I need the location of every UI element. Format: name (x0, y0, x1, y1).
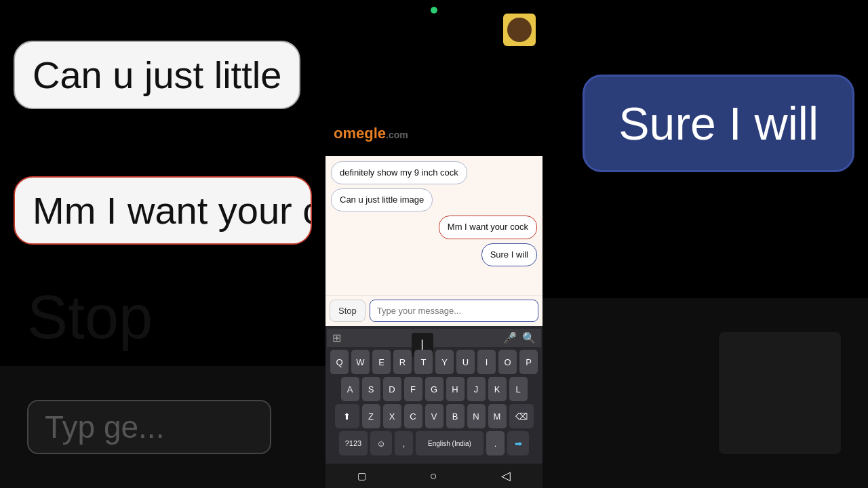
bg-input-box: Typ ge... (27, 400, 271, 454)
table-row: Can u just little image (331, 188, 537, 211)
key-d[interactable]: D (383, 377, 401, 401)
message-bubble-you-2: Sure I will (481, 243, 537, 266)
key-r[interactable]: R (393, 350, 412, 374)
message-bubble-stranger-2: Can u just little image (331, 188, 433, 211)
key-m[interactable]: M (488, 404, 507, 428)
key-u[interactable]: U (456, 350, 475, 374)
back-icon[interactable]: ◁ (501, 468, 511, 483)
backspace-key[interactable]: ⌫ (509, 404, 534, 428)
stop-button[interactable]: Stop (330, 300, 366, 322)
key-a[interactable]: A (341, 377, 359, 401)
key-x[interactable]: X (383, 404, 401, 428)
bg-bottom-left-stop: Stop (0, 269, 326, 366)
shift-key[interactable]: ⬆ (335, 404, 359, 428)
bg-bottom-right (542, 298, 868, 488)
key-b[interactable]: B (446, 404, 465, 428)
table-row: Mm I want your cock (331, 216, 537, 239)
kb-toolbar: ⊞ | 🎤 🔍 (327, 329, 541, 347)
message-text: Mm I want your cock (448, 222, 528, 232)
key-y[interactable]: Y (435, 350, 454, 374)
table-row: Sure I will (331, 243, 537, 266)
message-bubble-stranger-1: definitely show my 9 inch cock (331, 161, 467, 184)
nums-key[interactable]: ?123 (339, 431, 368, 455)
bg-input-placeholder: Typ ge... (45, 409, 164, 445)
send-key[interactable]: ➡ (507, 431, 529, 455)
key-h[interactable]: H (446, 377, 465, 401)
key-o[interactable]: O (498, 350, 517, 374)
comma-key[interactable]: , (395, 431, 413, 455)
key-j[interactable]: J (467, 377, 486, 401)
video-area: omegle.com (326, 0, 542, 156)
key-e[interactable]: E (372, 350, 391, 374)
phone-ui: omegle.com definitely show my 9 inch coc… (326, 0, 542, 488)
message-text: definitely show my 9 inch cock (340, 167, 458, 178)
chat-area: definitely show my 9 inch cock Can u jus… (326, 156, 542, 295)
kb-mic-icon: 🎤 (503, 331, 517, 344)
message-input[interactable] (370, 300, 538, 322)
key-k[interactable]: K (488, 377, 507, 401)
message-bubble-you-1: Mm I want your cock (439, 216, 537, 239)
key-v[interactable]: V (425, 404, 443, 428)
bg-bubble-sure-will: Sure I will (583, 75, 854, 172)
key-i[interactable]: I (477, 350, 496, 374)
key-n[interactable]: N (467, 404, 486, 428)
key-l[interactable]: L (509, 377, 528, 401)
bg-mid-left-bubble: Mm I want your co (0, 136, 326, 285)
kb-row-3: ⬆ Z X C V B N M ⌫ (327, 404, 541, 428)
home-icon[interactable]: ▢ (357, 470, 366, 481)
bg-dark-rect (719, 332, 841, 454)
emoji-key[interactable]: ☺ (370, 431, 392, 455)
kb-row-4: ?123 ☺ , English (India) . ➡ (327, 431, 541, 455)
key-f[interactable]: F (404, 377, 422, 401)
bg-top-right-bubble: Sure I will (542, 54, 868, 192)
input-bar: Stop (326, 295, 542, 326)
kb-search-icon: 🔍 (522, 331, 536, 344)
bg-bubble-mm-want: Mm I want your co (14, 176, 312, 245)
message-text: Can u just little image (340, 195, 424, 205)
period-key[interactable]: . (486, 431, 505, 455)
key-p[interactable]: P (519, 350, 538, 374)
status-dot (431, 7, 437, 14)
bg-bubble-can-u: Can u just little (14, 41, 300, 109)
key-g[interactable]: G (425, 377, 443, 401)
key-t[interactable]: T (414, 350, 433, 374)
lang-key[interactable]: English (India) (416, 431, 484, 455)
avatar-face (507, 18, 532, 42)
message-text: Sure I will (490, 249, 528, 260)
bottom-nav: ▢ ○ ◁ (326, 464, 542, 488)
bg-bottom-input: Typ ge... (0, 366, 326, 488)
table-row: definitely show my 9 inch cock (331, 161, 537, 184)
key-q[interactable]: Q (330, 350, 349, 374)
omegle-logo: omegle.com (334, 125, 408, 142)
avatar (503, 14, 536, 46)
omegle-suffix: .com (386, 129, 408, 140)
omegle-brand: omegle (334, 125, 386, 142)
key-w[interactable]: W (351, 350, 370, 374)
kb-row-2: A S D F G H J K L (327, 377, 541, 401)
bg-top-left-bubble: Can u just little (0, 0, 326, 149)
key-c[interactable]: C (404, 404, 422, 428)
bg-stop-text: Stop (27, 283, 153, 352)
keyboard: ⊞ | 🎤 🔍 Q W E R T Y U I O P A S D (326, 326, 542, 464)
key-s[interactable]: S (362, 377, 380, 401)
key-z[interactable]: Z (362, 404, 380, 428)
recents-icon[interactable]: ○ (430, 469, 437, 483)
kb-row-1: Q W E R T Y U I O P (327, 350, 541, 374)
kb-grid-icon: ⊞ (332, 331, 341, 344)
